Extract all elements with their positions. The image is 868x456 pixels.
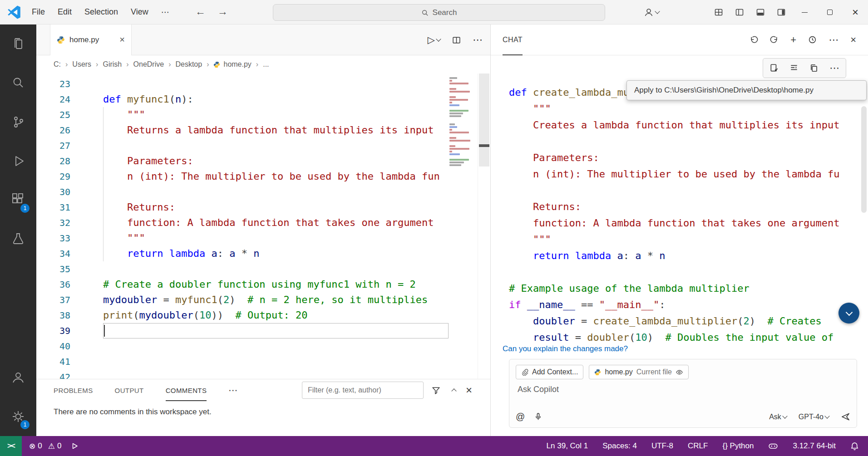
toggle-panel-icon[interactable]	[750, 0, 771, 25]
panel-close-icon[interactable]: ×	[466, 385, 472, 396]
tab-close-icon[interactable]: ×	[119, 34, 125, 45]
code-line-36[interactable]: 36# Create a doubler function using myfu…	[36, 277, 449, 292]
notifications-bell-icon[interactable]	[850, 442, 859, 451]
eol-status[interactable]: CRLF	[688, 441, 708, 451]
maximize-button[interactable]	[817, 0, 843, 25]
tab-home-py[interactable]: home.py ×	[50, 25, 132, 55]
encoding-status[interactable]: UTF-8	[651, 441, 673, 451]
back-arrow[interactable]: ←	[189, 5, 212, 18]
account-menu-icon[interactable]	[637, 0, 666, 25]
panel-more-icon[interactable]: ⋯	[228, 385, 238, 396]
breadcrumb-item[interactable]: Desktop	[175, 60, 202, 69]
language-mode-status[interactable]: {} Python	[722, 441, 754, 451]
settings-gear-icon[interactable]: 1	[0, 397, 36, 436]
scrollbar-slider[interactable]	[479, 74, 489, 167]
chat-mode-dropdown[interactable]: Ask	[769, 413, 787, 421]
tab-output[interactable]: OUTPUT	[115, 379, 144, 401]
menu-selection[interactable]: Selection	[78, 7, 124, 17]
cursor-position-status[interactable]: Ln 39, Col 1	[547, 441, 588, 451]
breadcrumb-item[interactable]: Users	[72, 60, 91, 69]
new-chat-icon[interactable]: +	[790, 35, 796, 45]
code-line-41[interactable]: 41	[36, 354, 449, 369]
followup-suggestion-link[interactable]: Can you explain the changes made?	[491, 344, 868, 353]
menu-more[interactable]: ⋯	[155, 7, 176, 17]
insert-at-cursor-icon[interactable]	[789, 64, 799, 73]
filter-icon[interactable]	[432, 386, 440, 395]
code-line-35[interactable]: 35	[36, 261, 449, 277]
breadcrumb-item[interactable]: Girish	[103, 60, 122, 69]
sidebar-item-explorer[interactable]	[0, 25, 36, 64]
code-line-42[interactable]: 42	[36, 369, 449, 379]
code-line-29[interactable]: 29 n (int): The multiplier to be used by…	[36, 169, 449, 184]
close-window-button[interactable]: ×	[843, 0, 868, 25]
code-line-24[interactable]: 24def myfunc1(n):	[36, 92, 449, 107]
run-python-file-button[interactable]: ▷	[428, 34, 440, 45]
problems-status[interactable]: ⊗ 0 ⚠ 0	[29, 441, 61, 451]
model-picker-dropdown[interactable]: GPT-4o	[799, 413, 829, 421]
sidebar-item-extensions[interactable]: 1	[0, 181, 36, 220]
current-file-chip[interactable]: home.py Current file	[589, 365, 689, 379]
undo-icon[interactable]	[750, 35, 758, 44]
python-interpreter-status[interactable]: 3.12.7 64-bit	[793, 441, 836, 451]
command-center-search[interactable]: Search	[273, 4, 605, 21]
breadcrumb-item[interactable]: C:	[54, 60, 61, 69]
code-line-31[interactable]: 31 Returns:	[36, 200, 449, 215]
breadcrumb-file[interactable]: home.py	[213, 60, 251, 69]
menu-view[interactable]: View	[124, 7, 155, 17]
breadcrumb-item[interactable]: OneDrive	[133, 60, 164, 69]
tab-comments[interactable]: COMMENTS	[166, 379, 207, 401]
code-line-39[interactable]: 39	[36, 323, 449, 338]
mention-context-icon[interactable]: @	[516, 412, 525, 422]
code-line-33[interactable]: 33 """	[36, 230, 449, 246]
copilot-icon[interactable]	[768, 441, 778, 451]
send-icon[interactable]	[841, 412, 850, 422]
run-code-icon[interactable]	[71, 442, 79, 450]
split-editor-icon[interactable]	[452, 36, 461, 44]
customize-layout-icon[interactable]	[708, 0, 729, 25]
chat-more-icon[interactable]: ⋯	[829, 35, 838, 45]
code-line-23[interactable]: 23	[36, 76, 449, 92]
code-line-32[interactable]: 32 function: A lambda function that take…	[36, 215, 449, 230]
code-line-40[interactable]: 40	[36, 338, 449, 354]
sidebar-item-run-debug[interactable]	[0, 142, 36, 181]
breadcrumb-overflow[interactable]: ...	[263, 60, 269, 69]
editor-lines[interactable]: 2324def myfunc1(n):25 """26 Returns a la…	[36, 74, 449, 379]
sidebar-item-source-control[interactable]	[0, 103, 36, 142]
chat-input-box[interactable]: Add Context... home.py Current file	[509, 359, 857, 428]
redo-icon[interactable]	[770, 35, 779, 44]
eye-icon[interactable]	[676, 368, 683, 376]
indentation-status[interactable]: Spaces: 4	[602, 441, 637, 451]
code-line-34[interactable]: 34 return lambda a: a * n	[36, 246, 449, 261]
code-line-27[interactable]: 27	[36, 138, 449, 153]
code-line-30[interactable]: 30	[36, 184, 449, 200]
code-line-25[interactable]: 25 """	[36, 107, 449, 123]
chat-scrollbar[interactable]	[861, 106, 867, 213]
code-line-28[interactable]: 28 Parameters:	[36, 153, 449, 169]
forward-arrow[interactable]: →	[212, 5, 234, 18]
scroll-to-bottom-button[interactable]	[838, 303, 859, 324]
toggle-primary-sidebar-icon[interactable]	[729, 0, 750, 25]
code-line-26[interactable]: 26 Returns a lambda function that multip…	[36, 123, 449, 138]
sidebar-item-search[interactable]	[0, 64, 36, 103]
remote-indicator[interactable]: ><	[0, 436, 22, 456]
minimap[interactable]	[449, 74, 478, 379]
sidebar-item-testing[interactable]	[0, 220, 36, 259]
code-line-37[interactable]: 37mydoubler = myfunc1(2) # n = 2 here, s…	[36, 292, 449, 308]
tab-problems[interactable]: PROBLEMS	[54, 379, 93, 401]
code-line-38[interactable]: 38print(mydoubler(10)) # Output: 20	[36, 308, 449, 323]
menu-edit[interactable]: Edit	[51, 7, 78, 17]
copy-icon[interactable]	[809, 64, 819, 73]
mic-icon[interactable]	[534, 412, 542, 421]
chat-prompt-input[interactable]	[518, 385, 699, 394]
account-icon[interactable]	[0, 358, 36, 397]
history-icon[interactable]	[808, 35, 817, 44]
add-context-button[interactable]: Add Context...	[516, 365, 583, 379]
panel-collapse-icon[interactable]	[450, 387, 456, 393]
chat-close-icon[interactable]: ×	[850, 35, 856, 45]
apply-in-editor-icon[interactable]	[769, 64, 779, 73]
toolbar-more-icon[interactable]: ⋯	[829, 63, 839, 73]
chat-title[interactable]: CHAT	[503, 25, 523, 55]
toggle-secondary-sidebar-icon[interactable]	[771, 0, 792, 25]
editor-scrollbar[interactable]	[478, 74, 490, 379]
editor-more-actions-icon[interactable]: ⋯	[473, 34, 483, 46]
